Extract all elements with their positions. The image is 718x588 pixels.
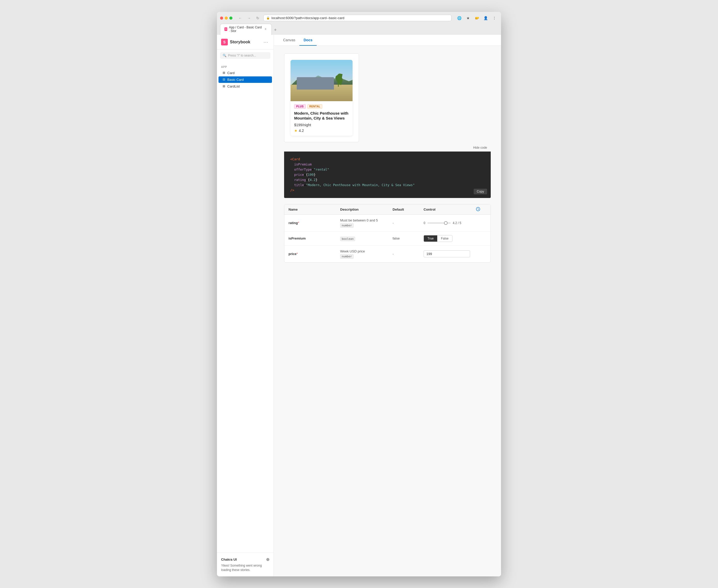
sidebar-nav: APP ⊞ Card ⊟ Basic Card ⊞ CardList	[217, 61, 273, 553]
prop-row-price: price* Week USD price number -	[284, 246, 490, 262]
code-line-3: offerType="rental"	[290, 167, 485, 172]
prop-control-ispremium: True False	[424, 235, 476, 242]
tab-title: App / Card - Basic Card · Stor	[229, 25, 262, 33]
docs-content: PLUS RENTAL Modern, Chic Penthouse with …	[274, 46, 501, 576]
browser-navigation: ← → ↻	[237, 15, 261, 22]
minimize-button[interactable]	[225, 17, 228, 20]
range-min-label: 0	[424, 221, 425, 225]
card-badges: PLUS RENTAL	[294, 104, 349, 109]
col-description: Description	[340, 208, 393, 211]
new-tab-button[interactable]: +	[272, 26, 279, 34]
addon-title-text: Chakra UI	[221, 558, 237, 562]
extensions-icon[interactable]: 🤛	[473, 15, 480, 22]
tab-close-button[interactable]: ✕	[264, 27, 267, 31]
rating-value: 4.2	[299, 129, 304, 133]
card-rating: ★ 4.2	[294, 129, 349, 133]
forward-button[interactable]: →	[245, 15, 252, 22]
col-control: Control	[424, 208, 476, 211]
bookmark-icon[interactable]: ★	[464, 15, 472, 22]
copy-button[interactable]: Copy	[474, 189, 487, 194]
code-line-6: title="Modern, Chic Penthouse with Mount…	[290, 183, 485, 188]
toggle-group-ispremium: True False	[424, 235, 452, 242]
code-line-4: price={199}	[290, 172, 485, 177]
prop-desc-price: Week USD price number	[340, 249, 393, 259]
star-icon: ★	[294, 129, 298, 133]
menu-icon[interactable]: ⋮	[491, 15, 498, 22]
addon-title: Chakra UI ⊕	[221, 557, 269, 562]
property-card: PLUS RENTAL Modern, Chic Penthouse with …	[291, 60, 352, 136]
maximize-button[interactable]	[229, 17, 232, 20]
sidebar-section-label: APP	[217, 63, 273, 69]
search-placeholder: Press "/" to search...	[228, 54, 256, 57]
card-image	[291, 60, 352, 101]
prop-name-price: price*	[288, 252, 340, 256]
badge-rental: RENTAL	[307, 104, 323, 109]
tab-docs[interactable]: Docs	[299, 35, 316, 46]
code-block: <Card isPremium offerType="rental" price…	[284, 151, 491, 198]
story-icon: ⊟	[223, 78, 225, 81]
price-text-input[interactable]	[424, 250, 470, 257]
prop-control-price	[424, 250, 476, 257]
reload-button[interactable]: ↻	[254, 15, 261, 22]
sidebar-item-card[interactable]: ⊞ Card	[219, 70, 272, 76]
code-line-2: isPremium	[290, 162, 485, 167]
sidebar-item-basic-card[interactable]: ⊟ Basic Card	[219, 77, 272, 83]
main-tabs: Canvas Docs	[274, 35, 501, 46]
prop-control-rating: 0 4.2 / 5	[424, 221, 476, 225]
grid-icon-2: ⊞	[223, 84, 225, 88]
profile-icon[interactable]: 👤	[482, 15, 489, 22]
sidebar-item-label: Card	[227, 71, 234, 75]
col-reset[interactable]	[476, 207, 486, 212]
story-preview-container: PLUS RENTAL Modern, Chic Penthouse with …	[284, 54, 359, 142]
range-value-label: 4.2 / 5	[453, 221, 461, 225]
lock-icon: 🔒	[266, 16, 270, 20]
prop-row-rating: rating* Must be between 0 and 5 number -…	[284, 215, 490, 232]
col-default: Default	[393, 208, 424, 211]
sidebar-header: S Storybook ⋯	[217, 35, 273, 49]
storybook-label: Storybook	[230, 40, 250, 44]
tab-canvas[interactable]: Canvas	[279, 35, 299, 46]
badge-plus: PLUS	[294, 104, 306, 109]
props-table-header: Name Description Default Control	[284, 205, 490, 215]
grid-icon: ⊞	[223, 71, 225, 75]
prop-default-price: -	[393, 252, 424, 256]
sidebar-menu-button[interactable]: ⋯	[262, 39, 269, 46]
rating-range-input[interactable]	[427, 223, 451, 224]
card-body: PLUS RENTAL Modern, Chic Penthouse with …	[291, 101, 352, 136]
prop-default-rating: -	[393, 221, 424, 225]
tab-favicon: S	[224, 27, 227, 31]
search-icon: 🔍	[223, 54, 226, 57]
col-name: Name	[288, 208, 340, 211]
prop-name-rating: rating*	[288, 221, 340, 225]
sidebar: S Storybook ⋯ 🔍 Press "/" to search... A…	[217, 35, 274, 576]
traffic-lights	[220, 17, 232, 20]
sidebar-item-label-2: CardList	[227, 84, 240, 88]
toggle-false-button[interactable]: False	[437, 235, 452, 241]
toggle-true-button[interactable]: True	[424, 235, 437, 241]
tab-bar: S App / Card - Basic Card · Stor ✕ +	[220, 24, 498, 35]
card-title: Modern, Chic Penthouse with Mountain, Ci…	[294, 111, 349, 121]
sb-logo-icon: S	[221, 39, 228, 45]
storybook-logo: S Storybook	[221, 39, 250, 45]
card-price: $199/night	[294, 123, 349, 127]
back-button[interactable]: ←	[237, 15, 244, 22]
code-line-7: />	[290, 188, 485, 193]
prop-row-ispremium: isPremium boolean false True False	[284, 232, 490, 246]
browser-tab[interactable]: S App / Card - Basic Card · Stor ✕	[220, 24, 272, 35]
close-button[interactable]	[220, 17, 223, 20]
prop-name-ispremium: isPremium	[288, 236, 340, 240]
main-content: Canvas Docs	[274, 35, 501, 576]
address-bar[interactable]: 🔒 localhost:6006/?path=/docs/app-card--b…	[263, 15, 451, 21]
translate-icon[interactable]: 🌐	[456, 15, 463, 22]
hide-code-button[interactable]: Hide code	[472, 145, 489, 150]
code-line-1: <Card	[290, 157, 485, 162]
addon-error: Yikes! Something went wrong loading thes…	[221, 564, 269, 572]
sidebar-item-active-label: Basic Card	[227, 78, 244, 82]
addon-add-icon[interactable]: ⊕	[266, 557, 269, 562]
code-line-5: rating={4.2}	[290, 177, 485, 183]
sidebar-item-card-list[interactable]: ⊞ CardList	[219, 83, 272, 89]
prop-default-ispremium: false	[393, 236, 424, 240]
browser-actions: 🌐 ★ 🤛 👤 ⋮	[456, 15, 498, 22]
prop-desc-rating: Must be between 0 and 5 number	[340, 218, 393, 228]
sidebar-search[interactable]: 🔍 Press "/" to search...	[220, 52, 270, 59]
